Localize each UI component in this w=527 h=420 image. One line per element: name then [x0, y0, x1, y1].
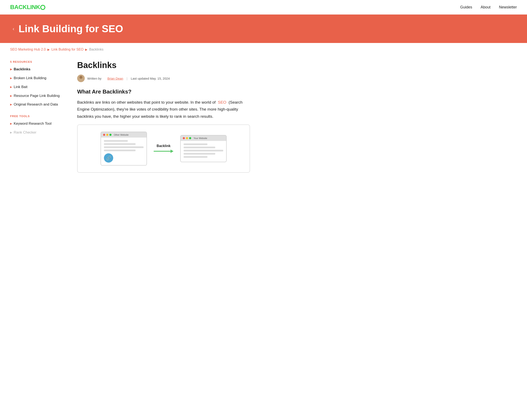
arrow-icon: ▶ [10, 103, 12, 106]
line-full-2 [184, 150, 223, 151]
arrow-icon: ▶ [10, 85, 12, 89]
logo-o-icon [40, 5, 45, 10]
svg-point-1 [79, 79, 83, 82]
arrow-container: Backlink [154, 144, 174, 153]
resources-label: 5 RESOURCES [10, 60, 67, 63]
free-tools-list: ▶ Keyword Research Tool ▶ Rank Checker [10, 121, 67, 135]
arrow-icon: ▶ [10, 122, 12, 126]
sidebar-item-label: Resource Page Link Building [14, 93, 60, 98]
logo[interactable]: BACKLINK [10, 4, 45, 10]
page-title: Backlinks [77, 60, 250, 70]
sidebar-item-link-bait[interactable]: ▶ Link Bait [10, 84, 67, 90]
arrow-line-body [154, 151, 171, 152]
sidebar-item-label: Backlinks [14, 67, 30, 72]
sidebar-item-resource-page[interactable]: ▶ Resource Page Link Building [10, 93, 67, 98]
breadcrumb-sep-1: ▶ [47, 48, 50, 51]
avatar [77, 74, 85, 82]
resources-list: ▶ Backlinks ▶ Broken Link Building ▶ Lin… [10, 67, 67, 107]
sidebar-item-label: Rank Checker [14, 130, 36, 135]
sidebar: 5 RESOURCES ▶ Backlinks ▶ Broken Link Bu… [10, 60, 67, 173]
line-short-3 [184, 156, 208, 158]
breadcrumb-sep-2: ▶ [85, 48, 88, 51]
line-medium [104, 143, 136, 145]
backlinks-diagram: Other Website 🔗 Backlink [77, 125, 250, 173]
back-arrow-icon[interactable]: ‹ [13, 26, 14, 32]
author-written-by: Written by [87, 77, 101, 80]
nav-about[interactable]: About [481, 5, 491, 10]
backlink-label: Backlink [157, 144, 171, 148]
dot-red [103, 134, 105, 136]
main-content: Backlinks Written by Brian Dean | Last u… [77, 60, 250, 173]
arrow-icon: ▶ [10, 131, 12, 134]
arrow-icon: ▶ [10, 94, 12, 98]
dot-yellow-2 [186, 137, 188, 139]
line-medium-3 [184, 147, 215, 148]
sidebar-item-broken-link[interactable]: ▶ Broken Link Building [10, 76, 67, 81]
dot-yellow [106, 134, 108, 136]
hero-banner: ‹ Link Building for SEO [0, 15, 527, 43]
arrow-line [154, 149, 174, 153]
hero-title: Link Building for SEO [19, 23, 123, 34]
free-tools-label: FREE TOOLS [10, 115, 67, 118]
breadcrumb-hub[interactable]: SEO Marketing Hub 2.0 [10, 48, 46, 51]
line-full [104, 146, 143, 148]
author-separator: | [126, 77, 127, 80]
body-text-1: Backlinks are links on other websites th… [77, 100, 216, 105]
your-website-browser: Your Website [180, 135, 227, 162]
site-header: BACKLINK Guides About Newsletter [0, 0, 527, 15]
sidebar-item-backlinks[interactable]: ▶ Backlinks [10, 67, 67, 72]
avatar-image [78, 75, 84, 82]
line-short-2 [184, 143, 208, 145]
sidebar-item-label: Keyword Research Tool [14, 121, 51, 126]
breadcrumb-current: Backlinks [89, 48, 103, 51]
section1-heading: What Are Backlinks? [77, 88, 250, 95]
author-line: Written by Brian Dean | Last updated May… [77, 74, 250, 82]
sidebar-item-label: Original Research and Data [14, 102, 58, 107]
last-updated: Last updated May. 15, 2024 [131, 77, 170, 80]
dot-green [110, 134, 111, 136]
arrow-head-icon [171, 149, 174, 153]
breadcrumb: SEO Marketing Hub 2.0 ▶ Link Building fo… [0, 43, 527, 56]
other-website-browser: Other Website 🔗 [100, 132, 147, 166]
main-layout: 5 RESOURCES ▶ Backlinks ▶ Broken Link Bu… [0, 56, 274, 185]
logo-text: BACKLINK [10, 4, 45, 10]
link-icon: 🔗 [104, 153, 113, 163]
sidebar-item-label: Broken Link Building [14, 76, 46, 81]
arrow-icon: ▶ [10, 76, 12, 80]
seo-link[interactable]: SEO [218, 100, 226, 105]
line-medium-2 [104, 149, 136, 151]
browser-body-2 [181, 141, 226, 162]
main-nav: Guides About Newsletter [460, 5, 517, 10]
author-link[interactable]: Brian Dean [107, 77, 123, 80]
link-icon-symbol: 🔗 [106, 156, 111, 160]
dot-red-2 [183, 137, 185, 139]
sidebar-item-keyword-tool[interactable]: ▶ Keyword Research Tool [10, 121, 67, 126]
arrow-icon: ▶ [10, 68, 12, 71]
other-website-label: Other Website [114, 134, 129, 136]
browser-top-bar: Other Website [101, 132, 146, 137]
sidebar-item-rank-checker[interactable]: ▶ Rank Checker [10, 130, 67, 135]
svg-point-0 [79, 76, 82, 79]
breadcrumb-link-building[interactable]: Link Building for SEO [51, 48, 84, 51]
sidebar-item-label: Link Bait [14, 84, 27, 90]
browser-top-bar-2: Your Website [181, 136, 226, 141]
browser-body: 🔗 [101, 137, 146, 165]
sidebar-item-original-research[interactable]: ▶ Original Research and Data [10, 102, 67, 107]
line-short [104, 140, 128, 142]
dot-green-2 [189, 137, 191, 139]
line-medium-4 [184, 153, 215, 155]
nav-newsletter[interactable]: Newsletter [499, 5, 517, 10]
your-website-label: Your Website [194, 137, 207, 139]
nav-guides[interactable]: Guides [460, 5, 472, 10]
section1-body: Backlinks are links on other websites th… [77, 99, 250, 120]
